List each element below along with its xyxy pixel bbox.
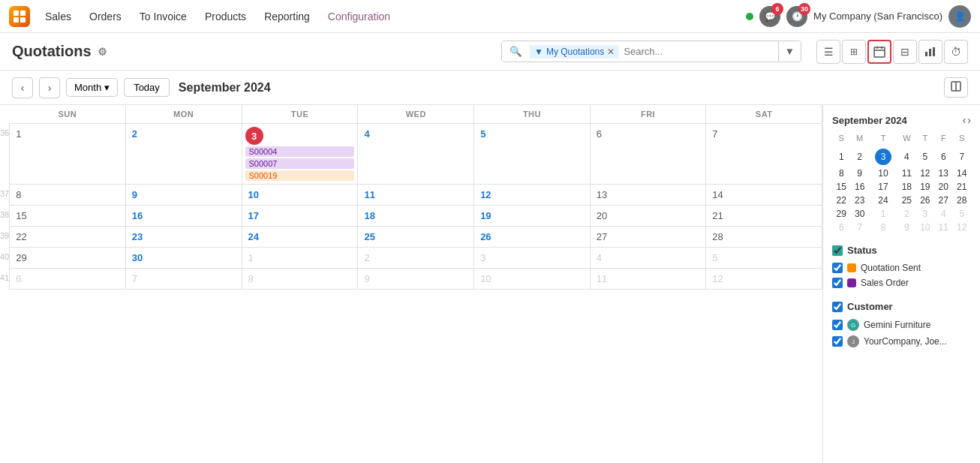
mini-calendar-cell[interactable]: 6 [832,221,850,234]
user-avatar[interactable]: 👤 [948,5,971,28]
nav-sales[interactable]: Sales [38,8,79,26]
calendar-cell[interactable]: 19 [474,206,591,227]
mini-calendar-cell[interactable]: 2 [897,207,915,221]
calendar-cell[interactable]: 6 [590,124,706,185]
calendar-cell[interactable]: 4 [358,124,474,185]
customer-filter-checkbox[interactable] [832,302,843,312]
quotation-sent-checkbox[interactable] [832,263,843,273]
calendar-cell[interactable]: 29 [10,248,126,269]
calendar-cell[interactable]: 13 [590,185,706,206]
calendar-cell[interactable]: 16 [125,206,242,227]
messages-btn[interactable]: 💬 6 [759,6,780,27]
graph-view-btn[interactable] [918,40,942,64]
gemini-furniture-checkbox[interactable] [832,320,843,330]
calendar-cell[interactable]: 12 [706,269,822,290]
event-chip[interactable]: S00004 [245,146,355,157]
pivot-view-btn[interactable]: ⊟ [893,40,917,64]
mini-calendar-cell[interactable]: 17 [869,180,897,194]
kanban-view-btn[interactable]: ⊞ [842,40,866,64]
calendar-cell[interactable]: 7 [706,124,822,185]
mini-calendar-cell[interactable]: 16 [850,180,868,194]
calendar-view-btn[interactable] [867,40,891,64]
mini-calendar-cell[interactable]: 13 [934,167,952,180]
calendar-cell[interactable]: 8 [242,269,358,290]
calendar-cell[interactable]: 10 [242,185,358,206]
calendar-cell[interactable]: 1 [242,248,358,269]
mini-calendar-cell[interactable]: 26 [916,194,934,207]
mini-calendar-cell[interactable]: 12 [952,221,971,234]
app-icon[interactable] [9,6,30,27]
filter-remove-btn[interactable]: ✕ [607,47,615,57]
yourcompany-checkbox[interactable] [832,336,843,347]
mini-calendar-cell[interactable]: 3 [916,207,934,221]
calendar-cell[interactable]: 15 [10,206,126,227]
prev-period-btn[interactable]: ‹ [12,77,33,98]
calendar-cell[interactable]: 28 [706,227,822,248]
company-name[interactable]: My Company (San Francisco) [813,11,942,22]
mini-calendar-cell[interactable]: 3 [869,147,897,167]
mini-calendar-cell[interactable]: 2 [850,147,868,167]
mini-calendar-cell[interactable]: 9 [850,167,868,180]
today-btn[interactable]: Today [124,78,170,97]
calendar-cell[interactable]: 9 [125,185,242,206]
search-dropdown-btn[interactable]: ▼ [778,41,801,62]
list-view-btn[interactable]: ☰ [816,40,840,64]
mini-calendar-cell[interactable]: 19 [916,180,934,194]
calendar-cell[interactable]: 17 [242,206,358,227]
mini-calendar-cell[interactable]: 12 [916,167,934,180]
mini-calendar-cell[interactable]: 24 [869,194,897,207]
mini-calendar-cell[interactable]: 11 [897,167,915,180]
calendar-cell[interactable]: 26 [474,227,591,248]
mini-calendar-cell[interactable]: 1 [832,147,850,167]
calendar-cell[interactable]: 23 [125,227,242,248]
search-button[interactable]: 🔍 [502,41,530,62]
calendar-cell[interactable]: 25 [358,227,474,248]
mini-calendar-cell[interactable]: 10 [916,221,934,234]
search-input[interactable] [619,43,778,60]
mini-calendar-cell[interactable]: 30 [850,207,868,221]
mini-calendar-cell[interactable]: 6 [934,147,952,167]
activity-btn[interactable]: 🕐 30 [786,6,807,27]
mini-calendar-cell[interactable]: 9 [897,221,915,234]
mini-calendar-cell[interactable]: 7 [952,147,971,167]
mini-calendar-cell[interactable]: 14 [952,167,971,180]
nav-products[interactable]: Products [197,8,254,26]
nav-reporting[interactable]: Reporting [257,8,317,26]
calendar-cell[interactable]: 14 [706,185,822,206]
calendar-cell[interactable]: 1 [10,124,126,185]
mini-next-btn[interactable]: › [967,114,971,126]
settings-icon[interactable]: ⚙ [98,46,107,58]
calendar-cell[interactable]: 22 [10,227,126,248]
calendar-cell[interactable]: 24 [242,227,358,248]
calendar-cell[interactable]: 3 [474,248,591,269]
calendar-cell[interactable]: 30 [125,248,242,269]
mini-calendar-cell[interactable]: 23 [850,194,868,207]
mini-calendar-cell[interactable]: 22 [832,194,850,207]
calendar-cell[interactable]: 6 [10,269,126,290]
mini-calendar-cell[interactable]: 4 [934,207,952,221]
calendar-cell[interactable]: 5 [474,124,591,185]
mini-calendar-cell[interactable]: 5 [952,207,971,221]
mini-calendar-cell[interactable]: 21 [952,180,971,194]
calendar-cell[interactable]: 3S00004S00007S00019 [242,124,358,185]
calendar-cell[interactable]: 7 [125,269,242,290]
event-chip[interactable]: S00019 [245,170,355,181]
mini-calendar-cell[interactable]: 1 [869,207,897,221]
mini-calendar-cell[interactable]: 29 [832,207,850,221]
event-chip[interactable]: S00007 [245,158,355,169]
calendar-cell[interactable]: 21 [706,206,822,227]
nav-configuration[interactable]: Configuration [320,8,398,26]
mini-calendar-cell[interactable]: 4 [897,147,915,167]
month-selector-btn[interactable]: Month ▾ [66,78,118,97]
mini-calendar-cell[interactable]: 8 [869,221,897,234]
mini-calendar-cell[interactable]: 27 [934,194,952,207]
calendar-cell[interactable]: 11 [358,185,474,206]
calendar-cell[interactable]: 2 [125,124,242,185]
mini-calendar-cell[interactable]: 5 [916,147,934,167]
mini-calendar-cell[interactable]: 25 [897,194,915,207]
activity-view-btn[interactable]: ⏱ [944,40,968,64]
calendar-cell[interactable]: 10 [474,269,591,290]
mini-calendar-cell[interactable]: 20 [934,180,952,194]
expand-btn[interactable] [944,77,968,98]
mini-calendar-cell[interactable]: 8 [832,167,850,180]
